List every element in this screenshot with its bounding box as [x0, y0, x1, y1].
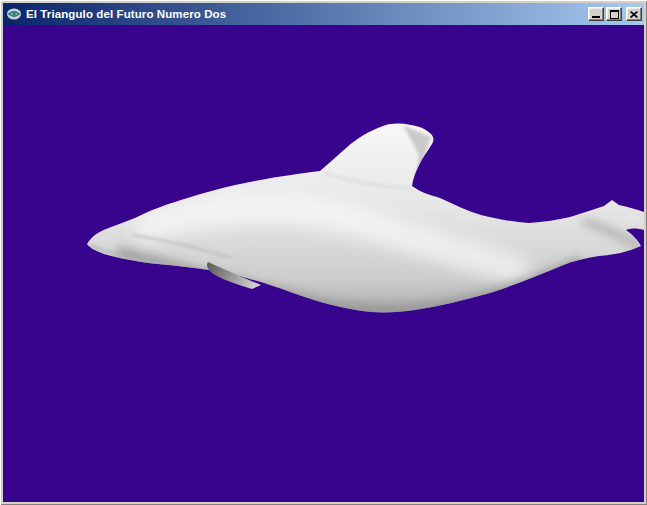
app-icon[interactable]	[6, 6, 22, 22]
window-controls	[588, 7, 642, 21]
render-viewport	[3, 25, 644, 502]
dolphin-model	[3, 25, 644, 502]
minimize-button[interactable]	[588, 7, 604, 21]
close-button[interactable]	[626, 7, 642, 21]
close-icon	[630, 11, 638, 18]
maximize-button[interactable]	[606, 7, 622, 21]
minimize-icon	[592, 16, 600, 18]
window-title: El Triangulo del Futuro Numero Dos	[26, 8, 588, 21]
maximize-icon	[610, 10, 619, 19]
app-window: El Triangulo del Futuro Numero Dos	[0, 0, 647, 505]
titlebar[interactable]: El Triangulo del Futuro Numero Dos	[3, 3, 644, 25]
